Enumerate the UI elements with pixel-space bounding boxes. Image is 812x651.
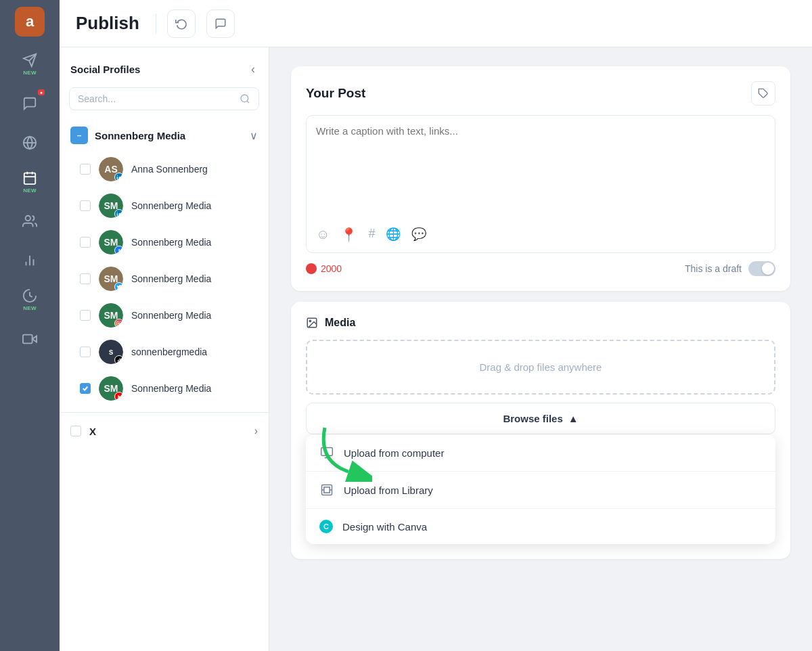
profile-checkbox-anna[interactable]	[80, 164, 91, 175]
upload-from-computer-option[interactable]: Upload from computer	[306, 434, 775, 472]
your-post-title: Your Post	[306, 86, 365, 101]
app-logo: a	[15, 7, 45, 37]
sidebar-item-compose[interactable]: NEW	[9, 46, 50, 83]
profile-name-sm-linkedin: Sonnenberg Media	[131, 200, 211, 211]
caption-input[interactable]	[316, 125, 765, 220]
profile-name-youtube: Sonnenberg Media	[131, 383, 211, 394]
profile-checkbox-sm-instagram[interactable]	[80, 310, 91, 321]
x-chevron-icon[interactable]: ›	[254, 425, 258, 437]
linkedin-badge	[114, 173, 123, 181]
your-post-section: Your Post ☺ 📍 # 🌐 💬	[291, 66, 790, 291]
profile-item-sm-instagram[interactable]: SM Sonnenberg Media	[60, 297, 269, 334]
profile-item-anna[interactable]: AS Anna Sonnenberg	[60, 151, 269, 187]
sidebar-item-analytics[interactable]	[9, 242, 50, 279]
post-editor: Your Post ☺ 📍 # 🌐 💬	[269, 47, 812, 651]
x-section-row[interactable]: X ›	[60, 418, 269, 444]
emoji-icon[interactable]: ☺	[316, 227, 330, 243]
svg-point-19	[117, 212, 118, 212]
profile-name-anna: Anna Sonnenberg	[131, 164, 208, 175]
social-profiles-panel: Social Profiles ‹ – Sonnenberg Media ∨ A…	[60, 47, 269, 651]
x-checkbox[interactable]	[70, 426, 81, 436]
profile-item-sonnenbergmedia-tiktok[interactable]: s sonnenbergmedia	[60, 334, 269, 370]
char-count-value: 2000	[321, 263, 342, 274]
profile-checkbox-sm-twitter[interactable]	[80, 273, 91, 284]
hashtag-icon[interactable]: #	[368, 227, 375, 243]
profile-name-sm-twitter: Sonnenberg Media	[131, 273, 211, 284]
search-icon	[240, 93, 250, 104]
svg-line-15	[247, 101, 249, 103]
profile-item-sm-linkedin[interactable]: SM Sonnenberg Media	[60, 187, 269, 224]
profiles-header: Social Profiles ‹	[60, 47, 269, 87]
profile-item-sm-facebook[interactable]: SM f Sonnenberg Media	[60, 224, 269, 261]
profile-item-sm-twitter[interactable]: SM Sonnenberg Media	[60, 261, 269, 297]
sidebar-item-inbox[interactable]: ●	[9, 85, 50, 122]
svg-rect-13	[23, 335, 32, 344]
search-input[interactable]	[78, 93, 234, 104]
workspace-row[interactable]: – Sonnenberg Media ∨	[60, 120, 269, 151]
content-area: Social Profiles ‹ – Sonnenberg Media ∨ A…	[60, 47, 812, 651]
profile-name-sm-facebook: Sonnenberg Media	[131, 237, 211, 248]
workspace-icon: –	[70, 127, 88, 144]
sidebar: a NEW ● NEW NEW	[0, 0, 60, 651]
canva-icon: C	[319, 520, 333, 533]
design-with-canva-option[interactable]: C Design with Canva	[306, 509, 775, 544]
search-box[interactable]	[69, 87, 259, 110]
header: Publish	[60, 0, 812, 47]
sidebar-item-dashboard[interactable]: NEW	[9, 282, 50, 318]
draft-label: This is a draft	[685, 263, 742, 274]
drop-zone[interactable]: Drag & drop files anywhere	[306, 340, 775, 395]
green-arrow	[311, 421, 372, 485]
location-icon[interactable]: 📍	[340, 227, 357, 243]
svg-point-21	[118, 323, 120, 325]
caption-area: ☺ 📍 # 🌐 💬	[306, 115, 775, 253]
tag-button[interactable]	[751, 81, 775, 106]
your-post-header: Your Post	[306, 81, 775, 106]
profile-name-tiktok: sonnenbergmedia	[131, 346, 207, 357]
profile-avatar-sm-facebook: SM f	[99, 230, 123, 254]
caption-toolbar: ☺ 📍 # 🌐 💬	[316, 220, 765, 243]
svg-point-17	[117, 175, 118, 176]
svg-rect-16	[117, 177, 118, 179]
profile-avatar-tiktok: s	[99, 340, 123, 364]
profile-checkbox-sm-facebook[interactable]	[80, 237, 91, 248]
workspace-name: Sonnenberg Media	[95, 130, 243, 141]
post-footer: 2000 This is a draft	[306, 261, 775, 276]
profiles-title: Social Profiles	[70, 64, 140, 75]
upload-from-library-option[interactable]: Upload from Library	[306, 472, 775, 509]
design-canva-label: Design with Canva	[342, 521, 427, 533]
profile-checkbox-youtube[interactable]	[80, 383, 91, 394]
sidebar-item-discover[interactable]	[9, 125, 50, 161]
profile-avatar-youtube: SM	[99, 376, 123, 401]
profile-avatar-sm-twitter: SM	[99, 267, 123, 291]
svg-rect-20	[117, 321, 122, 326]
profile-avatar-sm-linkedin: SM	[99, 194, 123, 218]
draft-toggle-switch[interactable]	[748, 261, 775, 276]
char-count-icon	[306, 263, 317, 274]
drop-zone-text: Drag & drop files anywhere	[480, 361, 602, 373]
draft-toggle-area: This is a draft	[685, 261, 775, 276]
profile-item-sm-youtube[interactable]: SM Sonnenberg Media	[60, 370, 269, 407]
sidebar-item-video[interactable]	[9, 321, 50, 357]
svg-point-14	[241, 95, 248, 102]
comments-button[interactable]	[206, 9, 235, 38]
message-icon[interactable]: 💬	[411, 227, 426, 243]
profile-checkbox-tiktok[interactable]	[80, 346, 91, 357]
main-area: Publish Social Profiles ‹ – Sonnenberg M…	[60, 0, 812, 651]
collapse-button[interactable]: ‹	[248, 60, 258, 79]
library-icon	[319, 482, 334, 497]
history-button[interactable]	[167, 9, 196, 38]
svg-point-8	[26, 216, 30, 221]
profile-checkbox-sm-linkedin[interactable]	[80, 200, 91, 211]
sidebar-item-team[interactable]	[9, 203, 50, 240]
media-section: Media Drag & drop files anywhere Browse …	[291, 302, 790, 559]
globe-icon[interactable]: 🌐	[386, 227, 401, 243]
browse-btn-label: Browse files	[503, 413, 562, 424]
sidebar-item-publish[interactable]: NEW	[9, 164, 50, 200]
browse-btn-icon: ▲	[568, 413, 579, 424]
browse-files-button[interactable]: Browse files ▲	[306, 403, 775, 434]
workspace-chevron-icon[interactable]: ∨	[250, 129, 258, 142]
page-title: Publish	[76, 13, 139, 34]
dashboard-new-badge: NEW	[23, 305, 37, 311]
profile-name-sm-instagram: Sonnenberg Media	[131, 310, 211, 321]
svg-point-25	[309, 320, 311, 321]
